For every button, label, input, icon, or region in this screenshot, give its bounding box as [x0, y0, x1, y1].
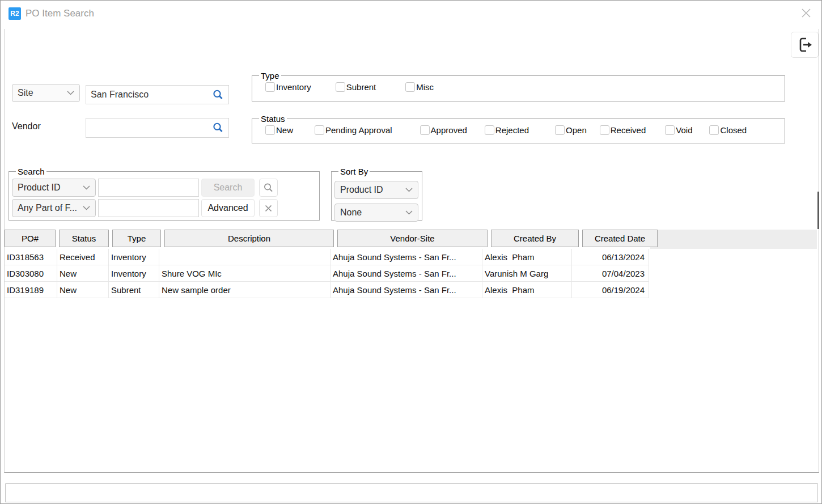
po-item-search-window: R2 PO Item Search Site Vendor: [0, 0, 822, 504]
cell-created-date: 06/19/2024: [572, 282, 649, 298]
checkbox-open[interactable]: Open: [555, 125, 587, 135]
checkbox-label: Pending Approval: [325, 125, 392, 135]
search-lookup-button[interactable]: [259, 179, 278, 197]
search-match-select-value: Any Part of F...: [18, 203, 77, 213]
search-icon[interactable]: [212, 122, 224, 134]
checkbox-box[interactable]: [709, 125, 719, 135]
table-header-filler: [650, 230, 817, 249]
column-header-created-date[interactable]: Created Date: [582, 230, 658, 247]
sort-by-group: Sort By Product ID None: [331, 167, 422, 221]
checkbox-pending-approval[interactable]: Pending Approval: [315, 125, 392, 135]
chevron-down-icon: [405, 188, 413, 192]
window-title: PO Item Search: [26, 8, 94, 19]
cell-po-number: ID303080: [5, 265, 57, 281]
checkbox-label: Open: [566, 125, 587, 135]
chevron-down-icon: [83, 185, 90, 190]
checkbox-label: Subrent: [346, 82, 376, 92]
cell-created-date: 06/13/2024: [572, 249, 649, 265]
sort-by-legend: Sort By: [338, 167, 370, 176]
search-query-field: [98, 179, 199, 197]
scrollbar-thumb[interactable]: [817, 192, 819, 229]
checkbox-void[interactable]: Void: [665, 125, 692, 135]
chevron-down-icon: [405, 210, 413, 215]
checkbox-closed[interactable]: Closed: [709, 125, 747, 135]
type-filter-group: Type Inventory Subrent Misc: [252, 71, 785, 101]
sort-primary-value: Product ID: [340, 185, 383, 195]
cell-vendor-site: Ahuja Sound Systems - San Fr...: [331, 265, 482, 281]
table-header-row: PO# Status Type Description Vendor-Site …: [5, 230, 659, 249]
cell-description: New sample order: [159, 282, 331, 298]
cell-vendor-site: Ahuja Sound Systems - San Fr...: [331, 282, 482, 298]
checkbox-received[interactable]: Received: [600, 125, 646, 135]
checkbox-label: Rejected: [495, 125, 529, 135]
cell-type: Subrent: [109, 282, 159, 298]
checkbox-box[interactable]: [420, 125, 430, 135]
checkbox-subrent[interactable]: Subrent: [336, 82, 376, 92]
search-legend: Search: [16, 167, 46, 176]
column-header-created-by[interactable]: Created By: [491, 230, 579, 247]
search-field-select-value: Product ID: [18, 183, 61, 193]
vendor-label: Vendor: [12, 121, 41, 132]
cell-created-by: Alexis Pham: [482, 249, 572, 265]
checkbox-inventory[interactable]: Inventory: [265, 82, 311, 92]
po-results-table: ID318563 Received Inventory Ahuja Sound …: [5, 249, 649, 298]
sort-secondary-select[interactable]: None: [334, 204, 418, 222]
cell-created-by: Alexis Pham: [482, 282, 572, 298]
checkbox-box[interactable]: [555, 125, 565, 135]
site-select-value: Site: [18, 88, 33, 98]
search-icon[interactable]: [212, 89, 224, 101]
cell-po-number: ID318563: [5, 249, 57, 265]
cell-type: Inventory: [109, 265, 159, 281]
type-legend: Type: [259, 71, 281, 81]
checkbox-box[interactable]: [405, 82, 415, 92]
checkbox-box[interactable]: [315, 125, 324, 135]
checkbox-rejected[interactable]: Rejected: [485, 125, 529, 135]
table-row[interactable]: ID303080 New Inventory Shure VOG MIc Ahu…: [5, 265, 649, 282]
checkbox-new[interactable]: New: [265, 125, 293, 135]
cell-created-date: 07/04/2023: [572, 265, 649, 281]
column-header-status[interactable]: Status: [59, 230, 109, 247]
exit-icon: [796, 36, 813, 54]
x-icon: [265, 205, 272, 212]
checkbox-box[interactable]: [665, 125, 675, 135]
column-header-po[interactable]: PO#: [5, 230, 56, 247]
table-row[interactable]: ID318563 Received Inventory Ahuja Sound …: [5, 249, 649, 265]
chevron-down-icon: [83, 206, 90, 210]
checkbox-label: Closed: [720, 125, 747, 135]
search-button[interactable]: Search: [201, 179, 255, 197]
close-button[interactable]: [798, 5, 815, 22]
clear-search-button[interactable]: [259, 199, 278, 217]
r2-logo: R2: [9, 7, 21, 20]
checkbox-approved[interactable]: Approved: [420, 125, 467, 135]
checkbox-label: Inventory: [276, 82, 311, 92]
search-group: Search Product ID Search Any Part of F..…: [9, 167, 320, 221]
cell-status: New: [57, 282, 109, 298]
vendor-search-input[interactable]: [86, 118, 212, 137]
checkbox-box[interactable]: [265, 82, 275, 92]
search-query2-field: [98, 199, 199, 217]
search-icon: [263, 183, 274, 193]
advanced-button[interactable]: Advanced: [201, 199, 255, 217]
site-search-input[interactable]: [86, 86, 212, 104]
cell-description: [159, 249, 331, 265]
checkbox-box[interactable]: [336, 82, 345, 92]
column-header-vendor-site[interactable]: Vendor-Site: [337, 230, 488, 247]
checkbox-box[interactable]: [600, 125, 609, 135]
table-row[interactable]: ID319189 New Subrent New sample order Ah…: [5, 282, 649, 298]
cell-status: Received: [57, 249, 109, 265]
status-legend: Status: [259, 114, 287, 124]
checkbox-misc[interactable]: Misc: [405, 82, 434, 92]
site-search-field: [86, 85, 229, 104]
close-icon: [801, 8, 811, 18]
column-header-type[interactable]: Type: [112, 230, 161, 247]
cell-status: New: [57, 265, 109, 281]
exit-button[interactable]: [791, 32, 819, 58]
sort-primary-select[interactable]: Product ID: [334, 181, 418, 199]
checkbox-box[interactable]: [265, 125, 275, 135]
search-match-select[interactable]: Any Part of F...: [12, 199, 96, 217]
search-field-select[interactable]: Product ID: [12, 179, 96, 197]
checkbox-box[interactable]: [485, 125, 494, 135]
column-header-description[interactable]: Description: [164, 230, 334, 247]
checkbox-label: Received: [611, 125, 646, 135]
site-select[interactable]: Site: [12, 84, 80, 102]
